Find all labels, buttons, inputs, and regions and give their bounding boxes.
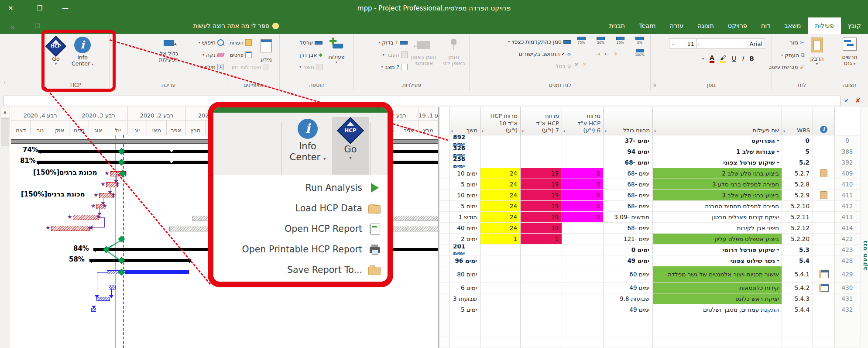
font-name-select[interactable]: Arial ⌄ [694,38,765,49]
cell-duration[interactable]: 256 ימים [449,157,480,168]
cell-slack[interactable]: 49 ימים [603,304,652,315]
italic-button[interactable]: I [742,55,744,62]
tab-תצוגה[interactable]: תצוגה [690,17,721,34]
cell-ind[interactable] [813,223,834,234]
cell-duration[interactable]: 5 ימים [449,179,480,190]
cell-name[interactable]: חפירה למפלס תחתית המבנה [652,201,782,212]
cell-wbs[interactable]: 0 [782,135,813,146]
cell-ind[interactable] [813,212,834,223]
cell-ind[interactable] [813,315,834,326]
tab-פעילות[interactable]: פעילות [808,17,841,34]
cell-ind[interactable] [813,255,834,266]
insert-task-button[interactable]: ✚ פעילות ▾ [322,38,350,65]
paste-button[interactable]: הדבק ▾ [805,38,829,66]
vertical-scrollbar[interactable]: ▲ [0,107,10,348]
cell-ind[interactable] [813,168,834,179]
column-header-name[interactable]: שם פעילות▾ [652,107,782,135]
column-header-wbs[interactable]: WBS▾ [782,107,813,135]
cell-wbs[interactable] [782,337,813,348]
cell-hcp10[interactable] [480,326,520,337]
column-header-hcp10[interactable]: מרווח HCP א"ד 10 (י"ע)▾ [480,107,520,135]
column-header-hcp6[interactable]: מרווח HCP א"ד 6 (י"ע)▾ [562,107,603,135]
cell-ind[interactable] [813,146,834,157]
indent-icon[interactable]: ← [604,51,609,57]
cell-wbs[interactable]: 5.2.9 [782,190,813,201]
cell-hcp10[interactable]: 24 [480,190,520,201]
timeline-month[interactable]: נוב [30,121,49,135]
percent-50%-button[interactable]: 50% [593,37,609,45]
column-header-duration[interactable]: משך▾ [449,107,480,135]
cell-wbs[interactable]: 5.2.8 [782,179,813,190]
cell-hcp7[interactable] [520,255,562,266]
cell-duration[interactable] [449,337,480,348]
cell-duration[interactable]: 10 ימים [449,168,480,179]
link-tasks-icon[interactable]: ∞ [574,61,579,67]
cell-wbs[interactable]: 5.2.20 [782,234,813,245]
cell-slack[interactable]: 3.09- חודשים [603,212,652,223]
cell-num[interactable]: 413 [834,212,860,223]
cell-wbs[interactable]: 5.4.2 [782,283,813,293]
cell-hcp7[interactable] [520,326,562,337]
timeline-quarter[interactable]: רבע 2, 2020 [127,107,185,121]
cell-hcp6[interactable]: 0 [562,168,603,179]
cell-hcp10[interactable]: 24 [480,168,520,179]
cell-ind[interactable] [813,304,834,315]
cell-sel[interactable] [439,190,449,201]
inactivate-button[interactable]: ⊖ בטל [556,63,571,69]
filter-arrow-icon[interactable]: ▾ [451,129,453,134]
mark-on-track-button[interactable]: סמן כהתקדמות כצפוי▾ [508,38,571,45]
collapse-ribbon-icon[interactable]: ˄ [3,82,6,87]
cell-duration[interactable]: 10 ימים [449,190,480,201]
cell-name[interactable]: ◄שיקוע פורטל צפוני [652,157,782,168]
cell-sel[interactable] [439,245,449,255]
cell-duration[interactable] [449,315,480,326]
cell-name[interactable]: התקנת עמודים, מסבך ושלטים [652,304,782,315]
cell-num[interactable]: 428 [834,255,860,266]
cell-slack[interactable]: 68- ימים [603,157,652,168]
timeline-month[interactable]: יונ [127,121,147,135]
cell-num[interactable]: 411 [834,190,860,201]
cell-hcp7[interactable] [520,293,562,304]
cell-hcp7[interactable]: 19 [520,168,562,179]
information-button[interactable]: מידע [254,38,278,63]
cell-hcp6[interactable]: 0 [562,201,603,212]
percent-100-button[interactable]: 100% [632,49,648,57]
cell-duration[interactable]: 5 ימים [449,304,480,315]
column-header-hcp7[interactable]: מרווח HCP א"ד 7 (י"ע)▾ [520,107,562,135]
cell-hcp6[interactable] [562,255,603,266]
menu-item-load-hcp-data[interactable]: Load HCP Data [213,198,381,218]
cell-sel[interactable] [439,304,449,315]
cell-wbs[interactable]: 5.4.1 [782,266,813,283]
menu-item-run-analysis[interactable]: Run Analysis [213,177,381,198]
cell-ind[interactable] [813,190,834,201]
cell-num[interactable]: 0 [834,135,860,146]
timeline-month[interactable]: אוק [50,121,69,135]
cell-name[interactable]: יציקת קירות פאנלים מבטון [652,212,782,223]
tab-פרויקט[interactable]: פרויקט [721,17,754,34]
cell-sel[interactable] [439,157,449,168]
cell-ind[interactable] [813,179,834,190]
cell-name[interactable] [652,315,782,326]
insert-milestone-button[interactable]: ◆ אבן דרך [298,52,322,58]
notes-button[interactable]: הערות [230,39,252,46]
cell-slack[interactable]: 49 ימים [603,283,652,293]
cell-slack[interactable]: 60 ימים [603,266,652,283]
cell-wbs[interactable]: 5.2.7 [782,168,813,179]
cell-wbs[interactable]: 5.4.4 [782,304,813,315]
expand-triangle-icon[interactable]: ◄ [776,248,779,252]
cell-ind[interactable] [813,135,834,146]
cell-name[interactable] [652,337,782,348]
split-task-icon[interactable]: ✳ [614,51,618,57]
cell-num[interactable]: 429 [834,266,860,283]
move-button[interactable]: העבר▾ [383,52,408,58]
cell-ind[interactable] [813,157,834,168]
cell-hcp7[interactable] [520,135,562,146]
cell-name[interactable]: ביצוע ברגי סלע שלב 2 [652,168,782,179]
cell-wbs[interactable]: 5.3 [782,245,813,255]
timeline-quarter[interactable]: רבע 3, 2020 [69,107,127,121]
cell-hcp7[interactable] [520,304,562,315]
filter-arrow-icon[interactable]: ▾ [482,129,484,134]
menu-item-save-report-to-[interactable]: Save Report To... [213,259,381,280]
cell-sel[interactable] [439,201,449,212]
cell-name[interactable]: ◄שיקוע פורטל דרומי [652,245,782,255]
